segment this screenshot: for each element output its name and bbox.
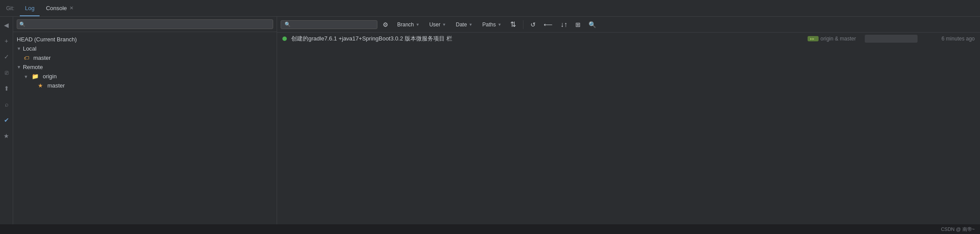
branch-dropdown-label: Branch <box>397 22 414 28</box>
nav-checkmark2-icon[interactable]: ✔ <box>2 115 11 125</box>
tree-item-origin-master[interactable]: ★ master <box>13 81 277 90</box>
down-button[interactable]: ↓↑ <box>558 19 570 30</box>
git-container: Git: Log Console ✕ ◀ + ✓ ⎚ ⬆ ⌕ ✔ ★ 🔍 <box>0 0 980 234</box>
branch-search-area: 🔍 <box>13 17 277 32</box>
git-label: Git: <box>4 5 17 11</box>
tree-item-local[interactable]: ▼ Local <box>13 44 277 53</box>
status-text: CSDN @ 南帝~ <box>941 226 975 233</box>
badge-origin: origin & master <box>820 36 856 42</box>
user-dropdown-label: User <box>429 22 440 28</box>
nav-arrow-left-icon[interactable]: ◀ <box>2 20 11 30</box>
log-panel: 🔍 ⚙ Branch ▼ User ▼ Date ▼ <box>277 17 980 224</box>
tree-item-origin[interactable]: ▼ 📁 origin <box>13 72 277 81</box>
branch-dropdown-arrow-icon: ▼ <box>416 22 420 27</box>
log-search-input[interactable] <box>293 22 373 28</box>
branch-tree: HEAD (Current Branch) ▼ Local 🏷 master ▼ <box>13 32 277 224</box>
status-bar: CSDN @ 南帝~ <box>0 224 980 234</box>
local-label: Local <box>23 45 37 52</box>
toolbar-search-button[interactable]: 🔍 <box>586 19 599 30</box>
tree-item-remote[interactable]: ▼ Remote <box>13 62 277 72</box>
nav-plus-icon[interactable]: + <box>2 36 11 46</box>
tree-item-head[interactable]: HEAD (Current Branch) <box>13 35 277 44</box>
toolbar-separator-1 <box>523 20 523 29</box>
date-dropdown-label: Date <box>456 22 467 28</box>
nav-trash-icon[interactable]: ⎚ <box>2 68 11 77</box>
head-label: HEAD (Current Branch) <box>17 36 77 43</box>
back-button[interactable]: ⟵ <box>541 19 555 30</box>
settings-button[interactable]: ⚙ <box>380 19 391 30</box>
local-master-label: master <box>33 55 51 61</box>
commit-author-box <box>865 35 918 43</box>
filter-button[interactable]: ⇅ <box>508 19 519 30</box>
badge-tag-1 <box>808 36 819 41</box>
origin-label: origin <box>43 73 57 80</box>
branch-search-icon: 🔍 <box>19 22 26 27</box>
tab-console[interactable]: Console ✕ <box>40 0 79 16</box>
main-content: ◀ + ✓ ⎚ ⬆ ⌕ ✔ ★ 🔍 HEAD (Current Branch) <box>0 17 980 224</box>
date-dropdown-arrow-icon: ▼ <box>469 22 473 27</box>
user-dropdown-arrow-icon: ▼ <box>442 22 446 27</box>
table-row[interactable]: 创建的gradle7.6.1 +java17+SpringBoot3.0.2 版… <box>277 33 980 45</box>
side-icons-panel: ◀ + ✓ ⎚ ⬆ ⌕ ✔ ★ <box>0 17 13 224</box>
branch-search-wrap: 🔍 <box>17 19 273 29</box>
star-icon: ★ <box>38 82 43 89</box>
nav-star-icon[interactable]: ★ <box>2 131 11 141</box>
nav-search-icon[interactable]: ⌕ <box>2 99 11 109</box>
refresh-button[interactable]: ↺ <box>528 19 538 30</box>
log-toolbar: 🔍 ⚙ Branch ▼ User ▼ Date ▼ <box>277 17 980 33</box>
date-dropdown-button[interactable]: Date ▼ <box>452 19 476 30</box>
tag-icon: 🏷 <box>24 55 29 61</box>
paths-dropdown-button[interactable]: Paths ▼ <box>479 19 505 30</box>
log-search-icon: 🔍 <box>285 22 291 27</box>
commit-dot <box>282 37 287 41</box>
grid-button[interactable]: ⊞ <box>573 19 583 30</box>
origin-master-indent: ★ master <box>38 82 65 89</box>
tab-log[interactable]: Log <box>20 0 40 16</box>
nav-check-icon[interactable]: ✓ <box>2 52 11 62</box>
paths-dropdown-arrow-icon: ▼ <box>497 22 501 27</box>
log-search-box: 🔍 <box>281 20 377 29</box>
tree-item-local-master[interactable]: 🏷 master <box>13 53 277 62</box>
branch-dropdown-button[interactable]: Branch ▼ <box>394 19 423 30</box>
commit-message: 创建的gradle7.6.1 +java17+SpringBoot3.0.2 版… <box>291 35 803 43</box>
branch-badges: origin & master <box>808 36 856 42</box>
tab-console-label: Console <box>46 5 67 11</box>
tab-log-label: Log <box>25 5 35 11</box>
local-arrow-icon: ▼ <box>17 46 21 51</box>
origin-arrow-icon: ▼ <box>24 74 28 79</box>
folder-icon: 📁 <box>32 73 39 80</box>
remote-arrow-icon: ▼ <box>17 65 21 69</box>
branch-search-input[interactable] <box>17 19 273 29</box>
user-dropdown-button[interactable]: User ▼ <box>426 19 450 30</box>
commit-time: 6 minutes ago <box>922 36 975 42</box>
local-master-indent: 🏷 master <box>24 55 51 61</box>
origin-master-label: master <box>48 82 65 89</box>
paths-dropdown-label: Paths <box>483 22 496 28</box>
remote-label: Remote <box>23 64 43 70</box>
origin-indent: ▼ 📁 origin <box>24 73 57 80</box>
nav-upload-icon[interactable]: ⬆ <box>2 84 11 93</box>
branch-panel: 🔍 HEAD (Current Branch) ▼ Local 🏷 <box>13 17 277 224</box>
tab-console-close[interactable]: ✕ <box>69 5 73 11</box>
log-entries: 创建的gradle7.6.1 +java17+SpringBoot3.0.2 版… <box>277 33 980 224</box>
tab-bar: Git: Log Console ✕ <box>0 0 980 17</box>
